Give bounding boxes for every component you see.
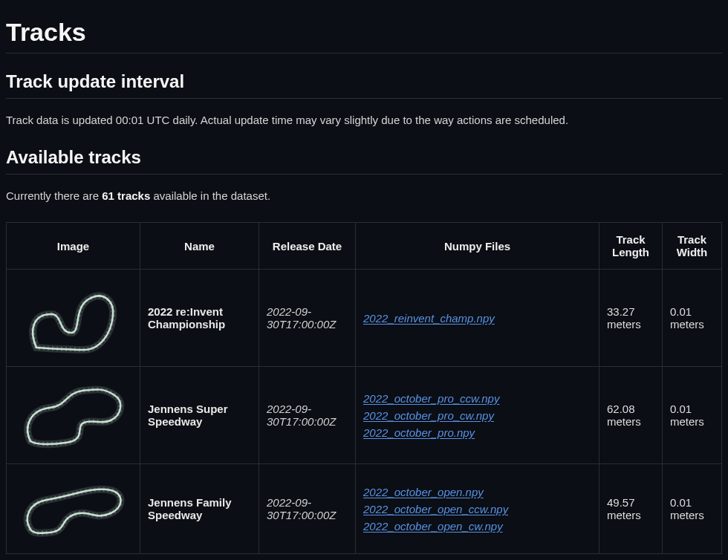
th-npy: Numpy Files xyxy=(356,223,599,270)
track-width: 0.01 meters xyxy=(663,464,722,554)
track-length: 62.08 meters xyxy=(599,367,663,464)
available-suffix: available in the dataset. xyxy=(150,189,270,202)
npy-link[interactable]: 2022_october_pro_cw.npy xyxy=(363,409,494,422)
th-width: Track Width xyxy=(663,223,722,270)
track-npy-cell: 2022_reinvent_champ.npy xyxy=(356,270,599,367)
table-row: 2022 re:Invent Championship 2022-09-30T1… xyxy=(7,270,722,367)
track-icon xyxy=(14,472,133,546)
track-name: 2022 re:Invent Championship xyxy=(140,270,259,367)
list-item: 2022_october_pro.npy xyxy=(363,425,591,440)
th-name: Name xyxy=(140,223,259,270)
track-release: 2022-09-30T17:00:00Z xyxy=(259,367,356,464)
npy-link[interactable]: 2022_october_pro_ccw.npy xyxy=(363,392,499,405)
th-image: Image xyxy=(7,223,140,270)
track-npy-cell: 2022_october_open.npy 2022_october_open_… xyxy=(356,464,599,554)
divider xyxy=(6,53,722,53)
available-heading: Available tracks xyxy=(6,147,722,168)
npy-link[interactable]: 2022_october_open_cw.npy xyxy=(363,520,503,533)
track-icon xyxy=(18,277,129,359)
track-npy-cell: 2022_october_pro_ccw.npy 2022_october_pr… xyxy=(356,367,599,464)
divider xyxy=(6,174,722,175)
track-name: Jennens Family Speedway xyxy=(140,464,259,554)
npy-link[interactable]: 2022_reinvent_champ.npy xyxy=(363,312,495,325)
track-image-cell xyxy=(7,367,140,464)
track-length: 33.27 meters xyxy=(599,270,663,367)
track-image-cell xyxy=(7,464,140,554)
list-item: 2022_october_open.npy xyxy=(363,484,591,500)
available-text: Currently there are 61 tracks available … xyxy=(6,188,722,205)
th-release: Release Date xyxy=(259,223,356,270)
page-title: Tracks xyxy=(6,18,722,47)
list-item: 2022_october_pro_cw.npy xyxy=(363,408,591,423)
track-width: 0.01 meters xyxy=(663,367,722,464)
available-count: 61 tracks xyxy=(102,189,150,202)
track-icon xyxy=(14,374,133,456)
list-item: 2022_reinvent_champ.npy xyxy=(363,310,591,326)
available-prefix: Currently there are xyxy=(6,189,102,202)
track-image-cell xyxy=(7,270,140,367)
update-heading: Track update interval xyxy=(6,71,722,92)
npy-link[interactable]: 2022_october_pro.npy xyxy=(363,426,475,439)
divider xyxy=(6,98,722,99)
track-name: Jennens Super Speedway xyxy=(140,367,259,464)
list-item: 2022_october_open_cw.npy xyxy=(363,518,591,534)
track-length: 49.57 meters xyxy=(599,464,663,554)
update-text: Track data is updated 00:01 UTC daily. A… xyxy=(6,112,722,129)
table-row: Jennens Family Speedway 2022-09-30T17:00… xyxy=(7,464,722,554)
list-item: 2022_october_open_ccw.npy xyxy=(363,501,591,517)
track-release: 2022-09-30T17:00:00Z xyxy=(259,270,356,367)
npy-link[interactable]: 2022_october_open_ccw.npy xyxy=(363,503,508,515)
th-length: Track Length xyxy=(599,223,663,270)
tracks-table: Image Name Release Date Numpy Files Trac… xyxy=(6,222,722,554)
track-release: 2022-09-30T17:00:00Z xyxy=(259,464,356,554)
list-item: 2022_october_pro_ccw.npy xyxy=(363,391,591,406)
npy-link[interactable]: 2022_october_open.npy xyxy=(363,486,484,498)
table-row: Jennens Super Speedway 2022-09-30T17:00:… xyxy=(7,367,722,464)
track-width: 0.01 meters xyxy=(663,270,722,367)
